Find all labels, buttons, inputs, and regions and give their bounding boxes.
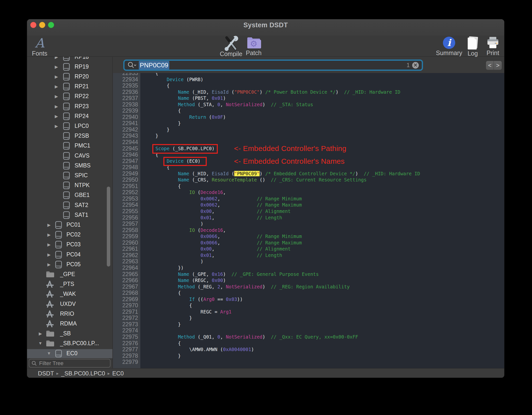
- code-line: 22958 IO (Decode16,: [113, 227, 504, 234]
- code-text: 0x00, // Alignment: [141, 246, 291, 252]
- sidebar-item-_sb[interactable]: ▶_SB: [27, 329, 113, 338]
- chevron-right-icon[interactable]: ▶: [54, 104, 59, 109]
- code-line: 22970 {: [113, 302, 504, 309]
- chevron-right-icon[interactable]: ▶: [46, 222, 52, 228]
- search-input[interactable]: PNP0C09 1 ✕: [123, 59, 423, 71]
- breadcrumb-item[interactable]: EC0: [112, 370, 124, 377]
- sidebar-item-ntpk[interactable]: NTPK: [27, 181, 113, 190]
- line-number: 22964: [113, 265, 141, 271]
- sidebar-item-rp22[interactable]: ▶RP22: [27, 92, 113, 101]
- print-icon: [486, 36, 500, 50]
- sidebar-item-_gpe[interactable]: _GPE: [27, 270, 113, 279]
- code-text: Return (0x0F): [141, 114, 226, 120]
- sidebar-item-rp23[interactable]: ▶RP23: [27, 102, 113, 111]
- sidebar-item-pmc1[interactable]: PMC1: [27, 141, 113, 150]
- sidebar-item-pc05[interactable]: ▶PC05: [27, 260, 113, 269]
- line-number: 22979: [113, 359, 141, 365]
- chevron-right-icon[interactable]: ▶: [54, 114, 59, 119]
- chevron-right-icon[interactable]: ▶: [38, 331, 43, 336]
- sidebar-item-sat2[interactable]: SAT2: [27, 201, 113, 210]
- sidebar-item-pc01[interactable]: ▶PC01: [27, 221, 113, 230]
- annotation-box-scope: [152, 144, 218, 154]
- line-number: 22972: [113, 315, 141, 321]
- code-line: 22936 Name (_HID, EisaId ("PNP0C0C") /* …: [113, 89, 504, 95]
- sidebar-item-p2sb[interactable]: P2SB: [27, 132, 113, 141]
- code-line: 22964 }): [113, 265, 504, 271]
- chevron-right-icon[interactable]: ▶: [54, 84, 59, 89]
- line-number: 22948: [113, 164, 141, 171]
- device-icon: [55, 241, 63, 250]
- code-text: {: [141, 183, 181, 190]
- toolbar-item-fonts[interactable]: AFonts: [27, 36, 57, 57]
- code-text: {: [141, 302, 192, 309]
- sidebar-item-pc03[interactable]: ▶PC03: [27, 240, 113, 249]
- sidebar-item-gbe1[interactable]: GBE1: [27, 191, 113, 200]
- filter-tree-input[interactable]: Filter Tree: [29, 359, 110, 368]
- chevron-right-icon[interactable]: ▶: [54, 94, 59, 99]
- sidebar-item-rp19[interactable]: ▶RP19: [27, 62, 113, 72]
- code-text: If ((Arg0 == 0x03)): [141, 296, 243, 303]
- chevron-right-icon[interactable]: ▶: [46, 262, 52, 267]
- line-number: 22944: [113, 139, 141, 146]
- method-icon: [46, 310, 54, 319]
- chevron-right-icon[interactable]: ▶: [46, 232, 52, 237]
- sidebar-item-rrio[interactable]: RRIO: [27, 310, 113, 319]
- sidebar-item-lpc0[interactable]: ▶LPC0: [27, 122, 113, 131]
- breadcrumb-item[interactable]: _SB.PC00.LPC0: [61, 370, 105, 377]
- sidebar-item-sat1[interactable]: SAT1: [27, 211, 113, 220]
- toolbar-item-print[interactable]: Print: [476, 36, 504, 57]
- code-line: 22979: [113, 359, 504, 365]
- device-icon: [55, 261, 63, 270]
- chevron-right-icon[interactable]: ▶: [54, 124, 59, 129]
- chevron-right-icon[interactable]: ▶: [54, 57, 59, 60]
- sidebar-item-_wak[interactable]: _WAK: [27, 290, 113, 299]
- code-line: 22953 0x0062, // Range Minimum: [113, 196, 504, 202]
- sidebar-item-ec0[interactable]: ▼EC0: [27, 349, 113, 358]
- sidebar-scrollbar[interactable]: [107, 187, 110, 267]
- sidebar-item-rp24[interactable]: ▶RP24: [27, 112, 113, 121]
- sidebar-item-cavs[interactable]: CAVS: [27, 151, 113, 161]
- toolbar-item-patch[interactable]: ⚙Patch: [236, 36, 271, 57]
- sidebar-item-label: RP22: [75, 93, 89, 100]
- code-text: ): [141, 221, 203, 227]
- chevron-right-icon[interactable]: ▶: [54, 74, 59, 79]
- search-icon[interactable]: [127, 61, 136, 69]
- sidebar-item-pc04[interactable]: ▶PC04: [27, 250, 113, 259]
- line-number: 22977: [113, 346, 141, 353]
- sidebar-item-pc02[interactable]: ▶PC02: [27, 230, 113, 239]
- sidebar-item-uxdv[interactable]: UXDV: [27, 300, 113, 309]
- sidebar-item-label: LPC0: [75, 123, 89, 129]
- chevron-right-icon[interactable]: ▶: [46, 242, 52, 247]
- titlebar[interactable]: System DSDT: [27, 19, 504, 36]
- code-line: 22956 0x01, // Length: [113, 215, 504, 221]
- code-line: 22952 IO (Decode16,: [113, 189, 504, 196]
- code-editor[interactable]: 22933 {22934 Device (PWRB)22935 {22936 N…: [113, 73, 504, 368]
- line-number: 22950: [113, 177, 141, 183]
- previous-match-button[interactable]: <: [486, 61, 494, 70]
- clear-search-icon[interactable]: ✕: [412, 62, 419, 69]
- sidebar-item-rp21[interactable]: ▶RP21: [27, 82, 113, 91]
- sidebar-item-_sb.pc00.lp...[interactable]: ▼_SB.PC00.LP...: [27, 339, 113, 348]
- code-line: 22966 Name (REGC, 0x00): [113, 277, 504, 284]
- code-line: 22951 {: [113, 183, 504, 190]
- sidebar-item-label: PC04: [66, 251, 81, 258]
- chevron-down-icon[interactable]: ▼: [46, 351, 52, 356]
- sidebar-item-rp20[interactable]: ▶RP20: [27, 72, 113, 81]
- code-text: {: [141, 108, 181, 114]
- next-match-button[interactable]: >: [494, 61, 502, 70]
- sidebar-item-smbs[interactable]: SMBS: [27, 161, 113, 170]
- line-number: 22974: [113, 327, 141, 334]
- breadcrumb-item[interactable]: DSDT: [38, 370, 54, 377]
- chevron-right-icon[interactable]: ▶: [54, 64, 59, 70]
- code-text: Name (PBST, 0x01): [141, 95, 226, 102]
- chevron-down-icon[interactable]: ▼: [38, 341, 43, 346]
- sidebar-item-rdma[interactable]: RDMA: [27, 319, 113, 328]
- device-icon: [55, 221, 63, 230]
- chevron-right-icon[interactable]: ▶: [46, 252, 52, 257]
- code-text: Method (_STA, 0, NotSerialized) // _STA:…: [141, 102, 313, 108]
- sidebar-item-rp18[interactable]: ▶RP18: [27, 57, 113, 62]
- sidebar-item-_pts[interactable]: _PTS: [27, 280, 113, 289]
- sidebar-item-spic[interactable]: SPIC: [27, 171, 113, 180]
- device-icon: [63, 132, 70, 141]
- device-icon: [63, 122, 70, 131]
